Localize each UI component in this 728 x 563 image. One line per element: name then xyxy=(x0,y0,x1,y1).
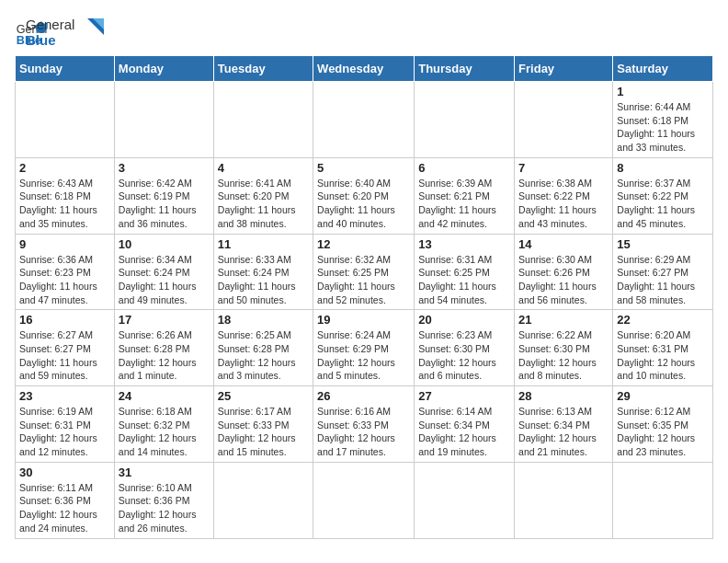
calendar-cell xyxy=(515,462,613,538)
day-info: Sunrise: 6:34 AM Sunset: 6:24 PM Dayligh… xyxy=(119,253,210,307)
day-info: Sunrise: 6:19 AM Sunset: 6:31 PM Dayligh… xyxy=(19,405,110,459)
logo: General Blue General Blue xyxy=(15,15,106,48)
day-number: 27 xyxy=(418,389,510,403)
day-info: Sunrise: 6:38 AM Sunset: 6:22 PM Dayligh… xyxy=(518,177,609,231)
day-info: Sunrise: 6:42 AM Sunset: 6:19 PM Dayligh… xyxy=(119,177,210,231)
calendar-cell: 5Sunrise: 6:40 AM Sunset: 6:20 PM Daylig… xyxy=(313,157,415,234)
calendar-cell xyxy=(515,82,613,158)
day-number: 31 xyxy=(119,465,210,479)
calendar-cell: 7Sunrise: 6:38 AM Sunset: 6:22 PM Daylig… xyxy=(515,157,613,234)
calendar-cell xyxy=(313,462,415,538)
calendar-cell: 19Sunrise: 6:24 AM Sunset: 6:29 PM Dayli… xyxy=(313,310,415,386)
day-info: Sunrise: 6:40 AM Sunset: 6:20 PM Dayligh… xyxy=(317,177,410,231)
day-number: 12 xyxy=(317,237,410,251)
logo-general-text: General xyxy=(26,17,74,32)
day-info: Sunrise: 6:24 AM Sunset: 6:29 PM Dayligh… xyxy=(317,328,410,383)
calendar-week-2: 2Sunrise: 6:43 AM Sunset: 6:18 PM Daylig… xyxy=(16,157,713,234)
page-header: General Blue General Blue xyxy=(15,15,713,48)
day-number: 13 xyxy=(418,237,510,251)
day-info: Sunrise: 6:39 AM Sunset: 6:21 PM Dayligh… xyxy=(418,177,510,231)
calendar-week-1: 1Sunrise: 6:44 AM Sunset: 6:18 PM Daylig… xyxy=(16,82,713,158)
calendar-cell: 21Sunrise: 6:22 AM Sunset: 6:30 PM Dayli… xyxy=(515,310,613,386)
day-number: 23 xyxy=(19,389,110,403)
calendar-week-5: 23Sunrise: 6:19 AM Sunset: 6:31 PM Dayli… xyxy=(16,386,713,463)
weekday-header-thursday: Thursday xyxy=(415,56,515,82)
weekday-header-tuesday: Tuesday xyxy=(213,56,313,82)
day-number: 14 xyxy=(518,237,609,251)
day-info: Sunrise: 6:36 AM Sunset: 6:23 PM Dayligh… xyxy=(19,253,110,307)
day-info: Sunrise: 6:44 AM Sunset: 6:18 PM Dayligh… xyxy=(617,100,709,155)
day-number: 18 xyxy=(218,313,309,327)
calendar-cell xyxy=(613,462,713,538)
calendar-cell: 26Sunrise: 6:16 AM Sunset: 6:33 PM Dayli… xyxy=(313,386,415,463)
day-info: Sunrise: 6:25 AM Sunset: 6:28 PM Dayligh… xyxy=(218,328,309,383)
day-info: Sunrise: 6:17 AM Sunset: 6:33 PM Dayligh… xyxy=(218,405,309,459)
day-info: Sunrise: 6:10 AM Sunset: 6:36 PM Dayligh… xyxy=(119,481,210,535)
calendar-cell: 20Sunrise: 6:23 AM Sunset: 6:30 PM Dayli… xyxy=(415,310,515,386)
day-number: 16 xyxy=(19,313,110,327)
calendar-cell: 4Sunrise: 6:41 AM Sunset: 6:20 PM Daylig… xyxy=(213,157,313,234)
day-number: 7 xyxy=(518,161,609,175)
calendar-cell: 24Sunrise: 6:18 AM Sunset: 6:32 PM Dayli… xyxy=(114,386,213,463)
weekday-header-row: SundayMondayTuesdayWednesdayThursdayFrid… xyxy=(16,56,713,82)
day-info: Sunrise: 6:43 AM Sunset: 6:18 PM Dayligh… xyxy=(19,177,110,231)
day-info: Sunrise: 6:31 AM Sunset: 6:25 PM Dayligh… xyxy=(418,253,510,307)
day-info: Sunrise: 6:41 AM Sunset: 6:20 PM Dayligh… xyxy=(218,177,309,231)
day-number: 9 xyxy=(19,237,110,251)
day-number: 8 xyxy=(617,161,709,175)
calendar-cell: 10Sunrise: 6:34 AM Sunset: 6:24 PM Dayli… xyxy=(114,234,213,310)
weekday-header-saturday: Saturday xyxy=(613,56,713,82)
calendar-cell: 2Sunrise: 6:43 AM Sunset: 6:18 PM Daylig… xyxy=(16,157,115,234)
day-info: Sunrise: 6:12 AM Sunset: 6:35 PM Dayligh… xyxy=(617,405,709,459)
calendar-week-3: 9Sunrise: 6:36 AM Sunset: 6:23 PM Daylig… xyxy=(16,234,713,310)
weekday-header-sunday: Sunday xyxy=(16,56,115,82)
day-number: 10 xyxy=(119,237,210,251)
calendar-cell: 6Sunrise: 6:39 AM Sunset: 6:21 PM Daylig… xyxy=(415,157,515,234)
day-number: 24 xyxy=(119,389,210,403)
day-info: Sunrise: 6:23 AM Sunset: 6:30 PM Dayligh… xyxy=(418,328,510,383)
calendar-cell: 31Sunrise: 6:10 AM Sunset: 6:36 PM Dayli… xyxy=(114,462,213,538)
day-number: 30 xyxy=(19,465,110,479)
day-number: 22 xyxy=(617,313,709,327)
calendar-cell xyxy=(114,82,213,158)
day-info: Sunrise: 6:22 AM Sunset: 6:30 PM Dayligh… xyxy=(518,328,609,383)
calendar-cell: 8Sunrise: 6:37 AM Sunset: 6:22 PM Daylig… xyxy=(613,157,713,234)
day-info: Sunrise: 6:20 AM Sunset: 6:31 PM Dayligh… xyxy=(617,328,709,383)
day-info: Sunrise: 6:30 AM Sunset: 6:26 PM Dayligh… xyxy=(518,253,609,307)
calendar-cell: 27Sunrise: 6:14 AM Sunset: 6:34 PM Dayli… xyxy=(415,386,515,463)
calendar-cell xyxy=(313,82,415,158)
day-number: 25 xyxy=(218,389,309,403)
day-number: 4 xyxy=(218,161,309,175)
day-number: 20 xyxy=(418,313,510,327)
day-info: Sunrise: 6:18 AM Sunset: 6:32 PM Dayligh… xyxy=(119,405,210,459)
calendar-cell: 18Sunrise: 6:25 AM Sunset: 6:28 PM Dayli… xyxy=(213,310,313,386)
day-number: 5 xyxy=(317,161,410,175)
day-info: Sunrise: 6:32 AM Sunset: 6:25 PM Dayligh… xyxy=(317,253,410,307)
day-number: 15 xyxy=(617,237,709,251)
calendar-cell: 14Sunrise: 6:30 AM Sunset: 6:26 PM Dayli… xyxy=(515,234,613,310)
day-number: 26 xyxy=(317,389,410,403)
calendar-cell: 15Sunrise: 6:29 AM Sunset: 6:27 PM Dayli… xyxy=(613,234,713,310)
calendar-cell xyxy=(415,462,515,538)
day-number: 17 xyxy=(119,313,210,327)
calendar-cell: 28Sunrise: 6:13 AM Sunset: 6:34 PM Dayli… xyxy=(515,386,613,463)
day-info: Sunrise: 6:16 AM Sunset: 6:33 PM Dayligh… xyxy=(317,405,410,459)
calendar-cell: 3Sunrise: 6:42 AM Sunset: 6:19 PM Daylig… xyxy=(114,157,213,234)
calendar-cell: 30Sunrise: 6:11 AM Sunset: 6:36 PM Dayli… xyxy=(16,462,115,538)
day-info: Sunrise: 6:13 AM Sunset: 6:34 PM Dayligh… xyxy=(518,405,609,459)
calendar-table: SundayMondayTuesdayWednesdayThursdayFrid… xyxy=(15,55,713,539)
day-info: Sunrise: 6:29 AM Sunset: 6:27 PM Dayligh… xyxy=(617,253,709,307)
calendar-cell xyxy=(213,462,313,538)
day-info: Sunrise: 6:33 AM Sunset: 6:24 PM Dayligh… xyxy=(218,253,309,307)
day-number: 29 xyxy=(617,389,709,403)
calendar-cell: 9Sunrise: 6:36 AM Sunset: 6:23 PM Daylig… xyxy=(16,234,115,310)
day-number: 11 xyxy=(218,237,309,251)
day-info: Sunrise: 6:27 AM Sunset: 6:27 PM Dayligh… xyxy=(19,328,110,383)
day-number: 28 xyxy=(518,389,609,403)
day-number: 21 xyxy=(518,313,609,327)
weekday-header-friday: Friday xyxy=(515,56,613,82)
calendar-cell: 11Sunrise: 6:33 AM Sunset: 6:24 PM Dayli… xyxy=(213,234,313,310)
weekday-header-wednesday: Wednesday xyxy=(313,56,415,82)
calendar-week-4: 16Sunrise: 6:27 AM Sunset: 6:27 PM Dayli… xyxy=(16,310,713,386)
calendar-cell: 16Sunrise: 6:27 AM Sunset: 6:27 PM Dayli… xyxy=(16,310,115,386)
